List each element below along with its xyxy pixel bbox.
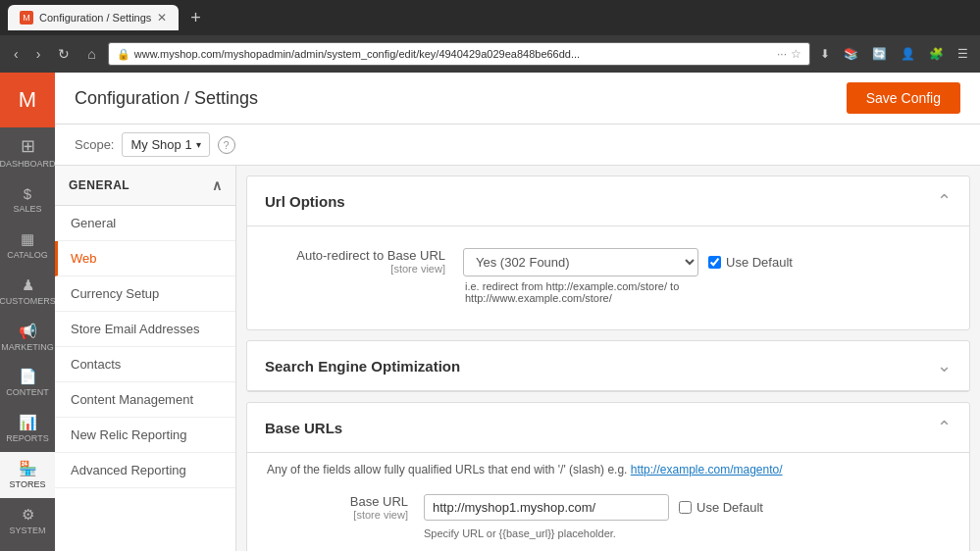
left-nav: GENERAL ∧ General Web Currency Setup Sto… [55, 166, 236, 551]
base-url-use-default-checkbox[interactable] [679, 501, 692, 514]
url-options-section: Url Options ⌃ Auto-redirect to Base URL … [246, 175, 970, 330]
base-url-label: Base URL [store view] [267, 494, 424, 521]
nav-link-general[interactable]: General [55, 206, 235, 241]
seo-section: Search Engine Optimization ⌄ [246, 340, 970, 392]
nav-link-store-email[interactable]: Store Email Addresses [55, 312, 235, 347]
more-icon: ··· [777, 47, 787, 61]
sidebar-item-reports[interactable]: 📊 REPORTS [0, 406, 55, 452]
forward-button[interactable]: › [30, 44, 47, 64]
scope-dropdown-icon: ▾ [196, 139, 201, 150]
history-icon[interactable]: 📚 [840, 45, 862, 63]
nav-link-new-relic[interactable]: New Relic Reporting [55, 418, 235, 453]
base-url-input-row: Use Default [424, 494, 763, 521]
sidebar-item-system[interactable]: ⚙ SYSTEM [0, 498, 55, 544]
extensions-icon[interactable]: 🧩 [925, 45, 948, 63]
url-bar[interactable]: 🔒 www.myshop.com/myshopadmin/admin/syste… [108, 42, 810, 66]
customers-label: CUSTOMERS [0, 297, 56, 307]
base-url-label-sub: [store view] [267, 509, 408, 521]
new-tab-button[interactable]: + [182, 8, 209, 28]
browser-nav-icons: ⬇ 📚 🔄 👤 🧩 ☰ [816, 45, 972, 63]
sidebar-item-content[interactable]: 📄 CONTENT [0, 360, 55, 406]
seo-header[interactable]: Search Engine Optimization ⌄ [247, 341, 969, 391]
url-text: www.myshop.com/myshopadmin/admin/system_… [134, 48, 773, 60]
content-area: GENERAL ∧ General Web Currency Setup Sto… [55, 166, 980, 551]
base-url-row: Base URL [store view] Use Default [267, 484, 950, 551]
profile-icon[interactable]: 👤 [897, 45, 919, 63]
dashboard-icon: ⊞ [21, 135, 35, 157]
auto-redirect-control-col: Yes (302 Found) Use Default i.e. redirec… [463, 248, 950, 304]
sidebar-item-dashboard[interactable]: ⊞ DASHBOARD [0, 127, 55, 177]
scope-value: My Shop 1 [130, 137, 191, 152]
base-urls-header[interactable]: Base URLs ⌃ [247, 403, 969, 453]
auto-redirect-label: Auto-redirect to Base URL [267, 248, 445, 263]
content-icon: 📄 [19, 368, 37, 385]
base-url-input[interactable] [424, 494, 669, 521]
magento-logo[interactable]: M [0, 73, 55, 127]
content-label: CONTENT [6, 388, 49, 398]
sidebar-item-marketing[interactable]: 📢 MARKETING [0, 315, 55, 361]
seo-toggle-icon: ⌄ [937, 355, 952, 376]
sync-icon[interactable]: 🔄 [868, 45, 891, 63]
base-url-use-default: Use Default [679, 500, 763, 515]
catalog-label: CATALOG [7, 251, 48, 261]
nav-link-web[interactable]: Web [55, 241, 235, 276]
scope-select[interactable]: My Shop 1 ▾ [122, 132, 209, 157]
nav-link-currency-setup[interactable]: Currency Setup [55, 276, 235, 312]
url-options-title: Url Options [265, 193, 345, 210]
url-options-body: Auto-redirect to Base URL [store view] Y… [247, 226, 969, 329]
lock-icon: 🔒 [117, 48, 130, 61]
seo-title: Search Engine Optimization [265, 358, 460, 375]
sales-label: SALES [13, 205, 41, 215]
app-container: M ⊞ DASHBOARD $ SALES ▦ CATALOG ♟ CUSTOM… [0, 73, 980, 551]
tab-bar: M Configuration / Settings ✕ + [0, 0, 980, 35]
base-urls-intro: Any of the fields allow fully qualified … [247, 453, 969, 484]
main-panel: Url Options ⌃ Auto-redirect to Base URL … [236, 166, 980, 551]
stores-icon: 🏪 [19, 460, 37, 477]
sidebar-item-customers[interactable]: ♟ CUSTOMERS [0, 269, 55, 315]
menu-icon[interactable]: ☰ [954, 45, 972, 63]
auto-redirect-hint: i.e. redirect from http://example.com/st… [463, 280, 950, 304]
save-config-button[interactable]: Save Config [847, 82, 960, 114]
tab-close-icon[interactable]: ✕ [157, 11, 167, 25]
sidebar-item-stores[interactable]: 🏪 STORES [0, 452, 55, 498]
stores-label: STORES [10, 480, 46, 490]
base-urls-toggle-icon: ⌃ [937, 417, 952, 438]
nav-section-header[interactable]: GENERAL ∧ [55, 166, 235, 206]
tab-favicon: M [20, 11, 33, 25]
page-header: Configuration / Settings Save Config [55, 73, 980, 125]
auto-redirect-label-col: Auto-redirect to Base URL [store view] [267, 248, 463, 275]
catalog-icon: ▦ [21, 230, 34, 248]
scope-help-button[interactable]: ? [218, 136, 235, 154]
magento-sidebar: M ⊞ DASHBOARD $ SALES ▦ CATALOG ♟ CUSTOM… [0, 73, 55, 551]
base-url-hint: Specify URL or {{base_url}} placeholder. [424, 526, 763, 541]
sidebar-item-catalog[interactable]: ▦ CATALOG [0, 223, 55, 269]
bookmark-icon: ☆ [791, 47, 801, 61]
base-urls-title: Base URLs [265, 420, 342, 436]
nav-link-content-management[interactable]: Content Management [55, 382, 235, 418]
auto-redirect-select[interactable]: Yes (302 Found) [463, 248, 698, 276]
customers-icon: ♟ [22, 276, 34, 294]
sidebar-item-sales[interactable]: $ SALES [0, 177, 55, 223]
nav-link-advanced-reporting[interactable]: Advanced Reporting [55, 453, 235, 488]
system-label: SYSTEM [9, 526, 45, 536]
magento-logo-icon: M [19, 87, 36, 113]
base-url-control: Use Default Specify URL or {{base_url}} … [424, 494, 763, 541]
page-title: Configuration / Settings [75, 88, 258, 109]
reload-button[interactable]: ↻ [52, 44, 76, 64]
home-button[interactable]: ⌂ [81, 44, 101, 64]
url-options-header[interactable]: Url Options ⌃ [247, 176, 969, 226]
reports-label: REPORTS [6, 434, 48, 444]
auto-redirect-select-wrapper: Yes (302 Found) Use Default [463, 248, 950, 276]
nav-section-title: GENERAL [69, 178, 129, 192]
base-url-label-name: Base URL [350, 494, 408, 509]
download-icon[interactable]: ⬇ [816, 45, 834, 63]
panel-content: Base URL [store view] Use Default [247, 484, 969, 551]
main-content: Configuration / Settings Save Config Sco… [55, 73, 980, 551]
back-button[interactable]: ‹ [8, 44, 25, 64]
use-default-checkbox[interactable] [708, 256, 721, 269]
use-default-label: Use Default [708, 255, 793, 270]
browser-tab[interactable]: M Configuration / Settings ✕ [8, 5, 179, 30]
marketing-icon: 📢 [19, 323, 37, 340]
base-urls-intro-link[interactable]: http://example.com/magento/ [631, 463, 783, 476]
nav-link-contacts[interactable]: Contacts [55, 347, 235, 382]
